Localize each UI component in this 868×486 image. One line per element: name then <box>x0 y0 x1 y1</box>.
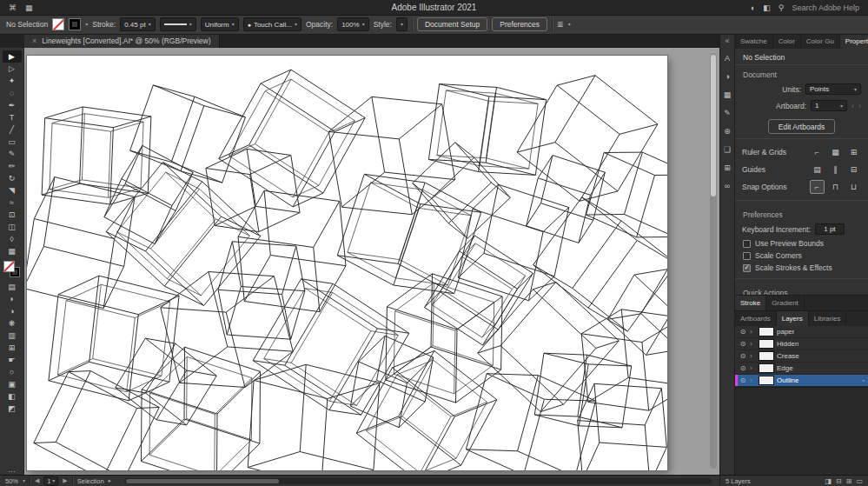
collapse-panels-icon[interactable]: « <box>725 37 729 45</box>
next-artboard-icon[interactable]: › <box>858 102 861 110</box>
stroke-profile-dropdown[interactable] <box>160 17 196 31</box>
layer-row[interactable]: ⊙›Hidden <box>735 338 868 350</box>
pencil-tool[interactable]: ✏ <box>3 160 22 172</box>
next-artboard-icon[interactable]: ▶ <box>63 477 67 484</box>
shape-builder-tool[interactable]: ◫ <box>3 221 22 233</box>
new-sublayer-icon[interactable]: ⊟ <box>836 477 842 485</box>
status-menu-arrow-icon[interactable]: ▸ <box>109 477 112 484</box>
layer-thumbnail[interactable] <box>759 363 774 373</box>
tab-layers[interactable]: Layers <box>777 311 809 326</box>
layer-visibility-eye-icon[interactable]: ⊙ <box>739 340 747 348</box>
apple-menu-icon[interactable]: ⌘ <box>9 3 17 12</box>
snap-to-grid-icon[interactable]: ⊞ <box>846 145 861 159</box>
stroke-weight-input[interactable]: 0.45 pt <box>120 17 155 31</box>
layer-expand-arrow-icon[interactable]: › <box>750 364 756 372</box>
tab-color-guide[interactable]: Color Gu <box>801 34 840 49</box>
horizontal-scrollbar-thumb[interactable] <box>126 479 279 483</box>
fill-swatch[interactable] <box>52 18 64 30</box>
search-icon[interactable]: ⚲ <box>779 3 785 12</box>
layer-visibility-eye-icon[interactable]: ⊙ <box>739 328 747 336</box>
previous-artboard-icon[interactable]: ‹ <box>851 102 854 110</box>
snap-to-pixel-icon[interactable]: ⌐ <box>810 180 825 194</box>
units-dropdown[interactable]: Points <box>805 83 861 95</box>
layer-expand-arrow-icon[interactable]: › <box>750 352 756 360</box>
snap-to-glyph-icon[interactable]: ⊔ <box>846 180 861 194</box>
scale-strokes-effects-checkbox[interactable]: ✓ <box>743 264 751 272</box>
document-tab[interactable]: × Lineweights [Converted].AI* @ 50% (RGB… <box>24 34 220 48</box>
control-center-icon[interactable]: ◐ <box>751 3 755 12</box>
symbol-sprayer-tool[interactable]: ❋ <box>3 317 22 330</box>
artboard-navigation-dropdown[interactable]: 1 <box>43 476 58 486</box>
draw-normal-mode-icon[interactable]: ▣ <box>3 378 22 390</box>
edit-artboards-button[interactable]: Edit Artboards <box>768 119 835 134</box>
width-tool[interactable]: ≈ <box>3 196 22 209</box>
scale-strokes-effects-checkbox-row[interactable]: ✓Scale Strokes & Effects <box>735 262 868 274</box>
chevron-down-icon[interactable] <box>23 478 25 483</box>
chevron-down-icon[interactable] <box>85 22 88 27</box>
layer-expand-arrow-icon[interactable]: › <box>750 376 756 384</box>
character-panel-icon[interactable]: A <box>720 52 734 63</box>
delete-layer-icon[interactable]: ▭ <box>856 477 863 485</box>
artboards-panel-icon[interactable]: ⊞ <box>720 162 734 173</box>
document-setup-button[interactable]: Document Setup <box>417 17 487 31</box>
paintbrush-tool[interactable]: ✎ <box>3 148 22 160</box>
tab-artboards[interactable]: Artboards <box>735 311 777 326</box>
tab-gradient[interactable]: Gradient <box>766 296 805 310</box>
layer-expand-arrow-icon[interactable]: › <box>750 328 756 336</box>
edit-toolbar-icon[interactable]: … <box>8 465 16 474</box>
preferences-button[interactable]: Preferences <box>492 17 547 31</box>
tab-properties[interactable]: Properties <box>840 34 868 49</box>
tab-swatches[interactable]: Swatche <box>735 34 773 49</box>
search-help-label[interactable]: Search Adobe Help <box>792 3 859 12</box>
free-transform-tool[interactable]: ⊡ <box>3 209 22 221</box>
blend-tool[interactable]: ◑ <box>3 305 22 317</box>
chevron-down-icon[interactable] <box>568 22 571 27</box>
show-guides-icon[interactable]: ▤ <box>810 163 825 176</box>
workspace-menu-icon[interactable]: ≣ <box>557 20 564 29</box>
status-display-label[interactable]: Selection <box>77 477 104 485</box>
zoom-level-value[interactable]: 50% <box>5 477 18 485</box>
stroke-color-swatch[interactable] <box>69 18 81 30</box>
screen-mode-icon[interactable]: ◩ <box>3 403 22 415</box>
app-menu-icon[interactable]: ▦ <box>25 3 33 12</box>
layer-thumbnail[interactable] <box>759 351 774 361</box>
zoom-tool[interactable]: ○ <box>3 366 22 378</box>
keyboard-increment-input[interactable]: 1 pt <box>815 223 845 235</box>
layer-visibility-eye-icon[interactable]: ⊙ <box>739 376 747 384</box>
column-graph-tool[interactable]: ▥ <box>3 330 22 342</box>
layer-row[interactable]: ⊙›Crease <box>735 350 868 363</box>
layer-thumbnail[interactable] <box>759 339 774 349</box>
gradient-tool[interactable]: ▤ <box>3 281 22 293</box>
mesh-tool[interactable]: ▦ <box>3 245 22 257</box>
hand-tool[interactable]: ☛ <box>3 354 22 366</box>
direct-selection-tool[interactable]: ▷ <box>3 63 22 75</box>
opacity-dropdown[interactable]: 100% <box>337 17 368 31</box>
lasso-tool[interactable]: ◌ <box>3 87 22 99</box>
use-preview-bounds-checkbox-row[interactable]: Use Preview Bounds <box>735 237 868 250</box>
swatches-panel-icon[interactable]: ▦ <box>720 89 734 100</box>
make-clipping-mask-icon[interactable]: ◨ <box>825 477 832 485</box>
fill-stroke-indicator[interactable] <box>3 261 20 277</box>
transform-panel-icon[interactable]: ❏ <box>720 143 734 155</box>
artboard-dropdown[interactable]: 1 <box>811 100 847 111</box>
layer-visibility-eye-icon[interactable]: ⊙ <box>739 352 747 360</box>
snap-to-point-icon[interactable]: ⊓ <box>828 180 843 194</box>
artboard[interactable] <box>27 56 667 470</box>
show-grid-icon[interactable]: ▦ <box>828 145 843 159</box>
tab-color[interactable]: Color <box>773 34 801 49</box>
perspective-grid-tool[interactable]: ◊ <box>3 233 22 245</box>
draw-behind-mode-icon[interactable]: ◧ <box>3 390 22 403</box>
vertical-scrollbar[interactable] <box>710 53 717 469</box>
canvas-area[interactable] <box>24 48 719 476</box>
layer-row[interactable]: ⊙›paper <box>735 326 868 338</box>
selection-tool[interactable]: ▶ <box>3 50 22 63</box>
layer-target-icon[interactable]: ◦ <box>863 377 865 383</box>
vertical-scrollbar-thumb[interactable] <box>711 55 716 196</box>
display-icon[interactable]: ◧ <box>763 3 771 12</box>
lock-guides-icon[interactable]: ∥ <box>828 163 843 176</box>
previous-artboard-icon[interactable]: ◀ <box>35 477 39 484</box>
line-segment-tool[interactable]: ╱ <box>3 123 22 136</box>
scale-corners-checkbox[interactable] <box>743 252 751 260</box>
type-tool[interactable]: T <box>3 111 22 123</box>
layer-row[interactable]: ⊙›Edge <box>735 363 868 375</box>
